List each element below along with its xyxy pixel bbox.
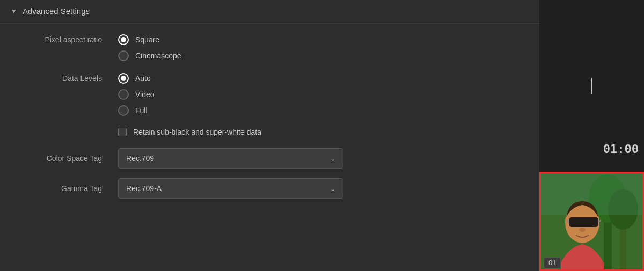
color-space-tag-select[interactable]: Rec.709 Rec.2020 P3-D65 sRGB — [118, 148, 343, 169]
gamma-tag-select[interactable]: Rec.709-A Rec.709 Linear sRGB — [118, 178, 343, 199]
radio-full-button[interactable] — [118, 105, 129, 116]
radio-option-auto[interactable]: Auto — [118, 73, 155, 84]
radio-full-label: Full — [135, 106, 148, 115]
chevron-icon: ▼ — [11, 8, 17, 15]
thumbnail-area: 01 — [539, 172, 644, 271]
color-space-tag-row: Color Space Tag Rec.709 Rec.2020 P3-D65 … — [11, 148, 529, 169]
radio-square-label: Square — [135, 35, 159, 44]
radio-option-full[interactable]: Full — [118, 105, 155, 116]
retain-checkbox[interactable] — [118, 128, 127, 136]
radio-cinemascope-label: Cinemascope — [135, 52, 181, 60]
section-title: Advanced Settings — [23, 6, 90, 16]
pixel-aspect-ratio-row: Pixel aspect ratio Square Cinemascope — [11, 34, 529, 61]
radio-auto-label: Auto — [135, 74, 151, 83]
pixel-aspect-ratio-group: Square Cinemascope — [118, 34, 181, 61]
radio-auto-button[interactable] — [118, 73, 129, 84]
radio-square-button[interactable] — [118, 34, 129, 45]
data-levels-group: Auto Video Full — [118, 73, 155, 116]
data-levels-label: Data Levels — [11, 73, 118, 83]
color-space-tag-wrapper: Rec.709 Rec.2020 P3-D65 sRGB ⌄ — [118, 148, 343, 169]
gamma-tag-wrapper: Rec.709-A Rec.709 Linear sRGB ⌄ — [118, 178, 343, 199]
radio-option-cinemascope[interactable]: Cinemascope — [118, 50, 181, 61]
clip-number-badge: 01 — [544, 257, 561, 268]
timeline-area: 01:00 — [539, 0, 644, 172]
timeline-playhead — [591, 78, 592, 94]
settings-content: Pixel aspect ratio Square Cinemascope Da… — [0, 24, 539, 219]
pixel-aspect-ratio-label: Pixel aspect ratio — [11, 34, 118, 44]
radio-option-video[interactable]: Video — [118, 89, 155, 100]
color-space-tag-label: Color Space Tag — [11, 154, 118, 163]
gamma-tag-label: Gamma Tag — [11, 184, 118, 193]
radio-video-button[interactable] — [118, 89, 129, 100]
retain-checkbox-label: Retain sub-black and super-white data — [133, 128, 261, 136]
radio-cinemascope-button[interactable] — [118, 50, 129, 61]
right-panel: 01:00 — [539, 0, 644, 271]
radio-video-label: Video — [135, 90, 155, 99]
timecode-display: 01:00 — [603, 142, 639, 156]
radio-option-square[interactable]: Square — [118, 34, 181, 45]
section-header: ▼ Advanced Settings — [0, 0, 539, 24]
gamma-tag-row: Gamma Tag Rec.709-A Rec.709 Linear sRGB … — [11, 178, 529, 199]
main-panel: ▼ Advanced Settings Pixel aspect ratio S… — [0, 0, 539, 271]
data-levels-row: Data Levels Auto Video Full — [11, 73, 529, 116]
thumbnail-border — [539, 172, 644, 271]
retain-checkbox-row[interactable]: Retain sub-black and super-white data — [118, 128, 529, 136]
